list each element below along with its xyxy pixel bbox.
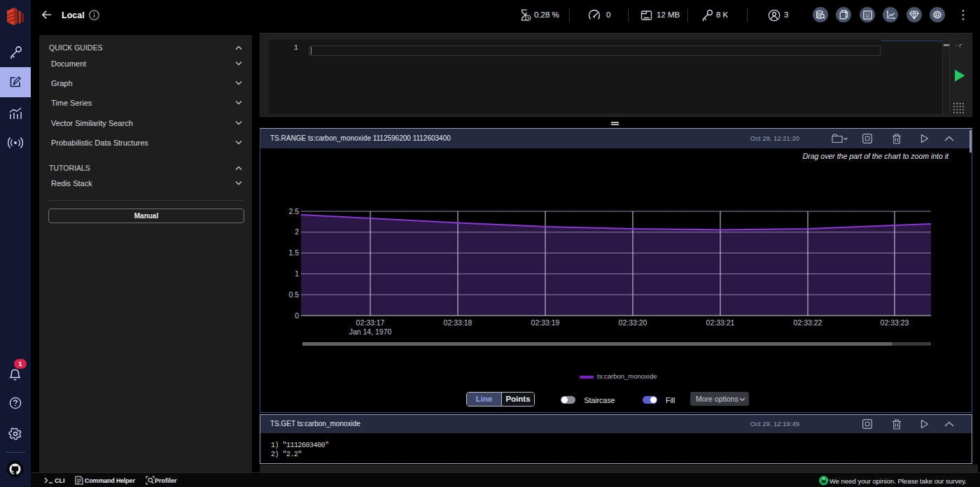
svg-text:1: 1 <box>295 269 299 278</box>
svg-text:2.5: 2.5 <box>288 207 299 216</box>
svg-text:Jan 14, 1970: Jan 14, 1970 <box>349 327 392 336</box>
svg-text:02:33:21: 02:33:21 <box>706 318 735 327</box>
svg-text:1.5: 1.5 <box>288 248 299 257</box>
svg-text:0: 0 <box>295 311 299 320</box>
svg-text:0.5: 0.5 <box>288 290 299 299</box>
svg-text:02:33:20: 02:33:20 <box>619 318 648 327</box>
svg-text:02:33:19: 02:33:19 <box>531 318 560 327</box>
svg-text:02:33:17: 02:33:17 <box>356 318 385 327</box>
svg-text:02:33:22: 02:33:22 <box>794 318 822 327</box>
svg-text:02:33:18: 02:33:18 <box>444 318 472 327</box>
svg-text:02:33:23: 02:33:23 <box>881 318 909 327</box>
svg-text:2: 2 <box>295 227 299 236</box>
